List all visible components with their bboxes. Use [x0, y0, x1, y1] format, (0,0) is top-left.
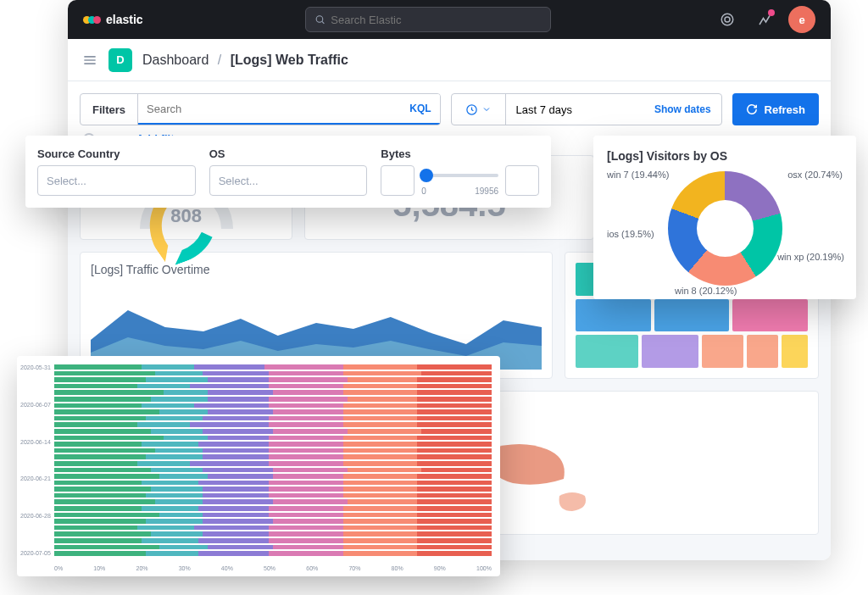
- breadcrumb-root[interactable]: Dashboard: [142, 53, 209, 67]
- chevron-down-icon: [481, 104, 492, 114]
- control-country-select[interactable]: Select...: [37, 165, 196, 196]
- controls-popover: Source Country Select... OS Select... By…: [25, 136, 551, 208]
- menu-icon[interactable]: [81, 52, 98, 69]
- date-picker[interactable]: Last 7 days Show dates: [451, 93, 722, 125]
- slider-knob-icon[interactable]: [420, 169, 433, 182]
- svg-line-1: [322, 21, 324, 23]
- user-avatar[interactable]: e: [788, 6, 815, 33]
- svg-point-2: [721, 14, 733, 25]
- control-country-label: Source Country: [37, 147, 196, 160]
- query-box: Filters KQL: [80, 93, 441, 125]
- donut-label-win7: win 7 (19.44%): [607, 170, 669, 180]
- refresh-button[interactable]: Refresh: [732, 93, 819, 125]
- svg-point-3: [725, 17, 730, 22]
- control-bytes-label: Bytes: [381, 147, 539, 160]
- page-header: D Dashboard / [Logs] Web Traffic: [68, 39, 831, 81]
- visitors-os-donut-chart: [668, 171, 782, 286]
- global-search-input[interactable]: [331, 14, 542, 26]
- donut-label-osx: osx (20.74%): [787, 170, 843, 180]
- visitors-os-title: [Logs] Visitors by OS: [607, 149, 843, 163]
- donut-label-win8: win 8 (20.12%): [675, 286, 737, 296]
- help-icon[interactable]: [714, 6, 741, 33]
- query-input[interactable]: [138, 94, 440, 123]
- donut-label-winxp: win xp (20.19%): [777, 252, 844, 262]
- refresh-icon: [746, 103, 758, 115]
- svg-point-0: [316, 16, 323, 23]
- elastic-logo-icon: [83, 16, 101, 24]
- search-icon: [314, 14, 326, 25]
- stacked-chart-popover: 2020-05-312020-06-072020-06-142020-06-21…: [17, 356, 500, 576]
- refresh-label: Refresh: [765, 103, 805, 116]
- stacked-x-axis: 0%10%20%30%40%50%60%70%80%90%100%: [54, 565, 492, 571]
- bytes-max-input[interactable]: [505, 165, 539, 196]
- bytes-min-label: 0: [421, 186, 426, 196]
- traffic-title: [Logs] Traffic Overtime: [91, 263, 542, 276]
- calendar-icon: [465, 103, 478, 116]
- bytes-slider[interactable]: 019956: [421, 165, 498, 196]
- gauge1-value: 808: [140, 205, 233, 227]
- control-os-select[interactable]: Select...: [209, 165, 368, 196]
- stacked-y-axis: 2020-05-312020-06-072020-06-142020-06-21…: [20, 364, 51, 556]
- brand[interactable]: elastic: [83, 13, 143, 26]
- bytes-min-input[interactable]: [381, 165, 415, 196]
- bytes-max-label: 19956: [475, 186, 498, 196]
- notification-dot-icon: [768, 9, 775, 16]
- brand-name: elastic: [106, 13, 143, 26]
- breadcrumb: Dashboard / [Logs] Web Traffic: [142, 53, 348, 68]
- global-search[interactable]: [305, 7, 551, 32]
- global-header: elastic e: [68, 0, 831, 39]
- filters-button[interactable]: Filters: [81, 94, 138, 125]
- date-range-label: Last 7 days: [516, 103, 573, 116]
- control-os-label: OS: [209, 147, 368, 160]
- donut-label-ios: ios (19.5%): [607, 229, 654, 239]
- show-dates-link[interactable]: Show dates: [654, 103, 711, 115]
- breadcrumb-sep-icon: /: [218, 53, 221, 67]
- breadcrumb-current: [Logs] Web Traffic: [231, 53, 348, 67]
- newsfeed-icon[interactable]: [751, 6, 778, 33]
- query-toolbar: Filters KQL Last 7 days Show dates Refre…: [68, 81, 831, 132]
- stacked-bar-chart: [54, 364, 492, 556]
- app-badge[interactable]: D: [108, 48, 132, 72]
- visitors-os-popover: [Logs] Visitors by OS osx (20.74%) win x…: [593, 136, 856, 299]
- query-lang-toggle[interactable]: KQL: [409, 103, 431, 114]
